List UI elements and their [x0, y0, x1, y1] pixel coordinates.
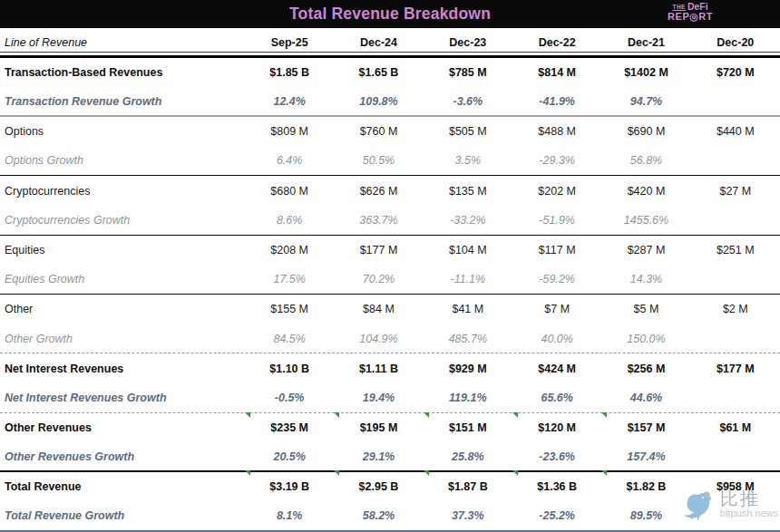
- table-row: Equities$208 M$177 M$104 M$117 M$287 M$2…: [0, 236, 780, 266]
- cell-value: $1.11 B: [334, 363, 423, 375]
- cell-value: -41.9%: [512, 95, 601, 108]
- title-bar: Total Revenue Breakdown THEDeFi REP◎RT: [0, 0, 780, 28]
- cell-value: $680 M: [245, 185, 334, 198]
- column-header-dec-24: Dec-24: [334, 36, 423, 49]
- logo-report-text: REP◎RT: [668, 12, 713, 23]
- cell-value: $208 M: [245, 244, 334, 256]
- cell-value: $424 M: [512, 363, 601, 375]
- table-row: Transaction-Based Revenues$1.85 B$1.65 B…: [0, 58, 780, 88]
- table-row: Options$809 M$760 M$505 M$488 M$690 M$44…: [0, 117, 780, 147]
- cell-value: $202 M: [512, 185, 601, 198]
- cell-value: 37.3%: [424, 509, 512, 522]
- cell-value: $177 M: [691, 363, 780, 375]
- row-label: Total Revenue: [0, 480, 245, 493]
- table-row: Transaction Revenue Growth12.4%109.8%-3.…: [0, 87, 780, 117]
- cell-value: -25.2%: [512, 509, 601, 522]
- cell-value: 119.1%: [424, 392, 512, 404]
- cell-value: $814 M: [512, 66, 601, 79]
- row-label: Transaction Revenue Growth: [0, 95, 245, 108]
- column-header-dec-23: Dec-23: [424, 36, 512, 49]
- cell-value: $1.85 B: [245, 66, 334, 79]
- cell-value: 6.4%: [245, 154, 334, 167]
- cell-value: $720 M: [691, 66, 780, 79]
- row-label: Net Interest Revenues Growth: [0, 392, 245, 404]
- cell-value: $1.65 B: [334, 66, 423, 79]
- cell-value: 150.0%: [601, 333, 690, 345]
- table-row: Other$155 M$84 M$41 M$7 M$5 M$2 M: [0, 295, 780, 324]
- row-label: Options Growth: [0, 154, 245, 167]
- table-row: Cryptocurrencies Growth8.6%363.7%-33.2%-…: [0, 206, 780, 236]
- cell-value: 94.7%: [601, 95, 690, 108]
- cell-value: -33.2%: [424, 214, 512, 227]
- column-header-dec-22: Dec-22: [512, 36, 601, 49]
- row-label: Net Interest Revenues: [0, 363, 245, 375]
- cell-value: $41 M: [424, 303, 512, 315]
- cell-value: $809 M: [245, 125, 334, 138]
- table-row: Other Revenues$235 M$195 M$151 M$120 M$1…: [0, 413, 780, 443]
- cell-value: $157 M: [601, 421, 690, 434]
- cell-value: 3.5%: [424, 154, 512, 167]
- row-label: Total Revenue Growth: [0, 509, 245, 522]
- cell-value: 84.5%: [245, 333, 334, 345]
- table-row: Net Interest Revenues Growth-0.5%19.4%11…: [0, 383, 780, 413]
- cell-value: 1455.6%: [601, 214, 690, 227]
- table-body: Transaction-Based Revenues$1.85 B$1.65 B…: [0, 58, 780, 532]
- cell-value: 109.8%: [334, 95, 423, 108]
- cell-value: $626 M: [334, 185, 423, 198]
- cell-value: $488 M: [512, 125, 601, 138]
- defi-report-logo: THEDeFi REP◎RT: [668, 2, 713, 23]
- table-row: Equities Growth17.5%70.2%-11.1%-59.2%14.…: [0, 265, 780, 295]
- row-label: Other Revenues Growth: [0, 450, 245, 463]
- cell-value: 12.4%: [245, 95, 334, 108]
- cell-value: 65.6%: [512, 392, 601, 404]
- cell-value: 29.1%: [334, 450, 423, 463]
- row-label: Transaction-Based Revenues: [0, 66, 245, 79]
- cell-value: 56.8%: [601, 154, 690, 167]
- row-label: Equities Growth: [0, 273, 245, 285]
- cell-value: $7 M: [512, 303, 601, 315]
- column-header-line-of-revenue: Line of Revenue: [0, 36, 245, 49]
- cell-value: 485.7%: [424, 333, 512, 345]
- cell-value: 104.9%: [334, 333, 423, 345]
- cell-value: 8.1%: [245, 509, 334, 522]
- cell-value: 14.3%: [601, 273, 690, 285]
- table-row: Net Interest Revenues$1.10 B$1.11 B$929 …: [0, 353, 780, 383]
- table-row: Total Revenue Growth8.1%58.2%37.3%-25.2%…: [0, 502, 780, 532]
- cell-value: $2 M: [691, 303, 780, 315]
- cell-value: -59.2%: [512, 273, 601, 285]
- cell-value: -3.6%: [424, 95, 512, 108]
- cell-value: $287 M: [601, 244, 690, 256]
- cell-value: 363.7%: [334, 214, 423, 227]
- cell-value: $84 M: [334, 303, 423, 315]
- table-row: Other Revenues Growth20.5%29.1%25.8%-23.…: [0, 442, 780, 472]
- cell-value: $785 M: [424, 66, 512, 79]
- cell-value: $104 M: [424, 244, 512, 256]
- row-label: Options: [0, 125, 245, 138]
- cell-value: $440 M: [691, 125, 780, 138]
- cell-value: -23.6%: [512, 450, 601, 463]
- column-header-dec-21: Dec-21: [601, 36, 690, 49]
- column-header-row: Line of Revenue Sep-25 Dec-24 Dec-23 Dec…: [0, 28, 780, 53]
- row-label: Cryptocurrencies: [0, 185, 245, 198]
- cell-value: 70.2%: [334, 273, 423, 285]
- cell-value: $2.95 B: [334, 480, 423, 493]
- cell-value: $420 M: [601, 185, 690, 198]
- cell-value: $1.87 B: [424, 480, 512, 493]
- cell-value: $5 M: [601, 303, 690, 315]
- cell-value: $177 M: [334, 244, 423, 256]
- cell-value: -0.5%: [245, 392, 334, 404]
- cell-value: 17.5%: [245, 273, 334, 285]
- cell-value: 8.6%: [245, 214, 334, 227]
- cell-value: $690 M: [601, 125, 690, 138]
- cell-value: 44.6%: [601, 392, 690, 404]
- cell-value: 20.5%: [245, 450, 334, 463]
- cell-value: 19.4%: [334, 392, 423, 404]
- cell-value: $61 M: [691, 421, 780, 434]
- column-header-sep-25: Sep-25: [245, 36, 334, 49]
- cell-value: $3.19 B: [245, 480, 334, 493]
- cell-value: 58.2%: [334, 509, 423, 522]
- cell-value: $155 M: [245, 303, 334, 315]
- cell-value: $151 M: [424, 421, 512, 434]
- cell-value: $1.36 B: [512, 480, 601, 493]
- cell-value: $235 M: [245, 421, 334, 434]
